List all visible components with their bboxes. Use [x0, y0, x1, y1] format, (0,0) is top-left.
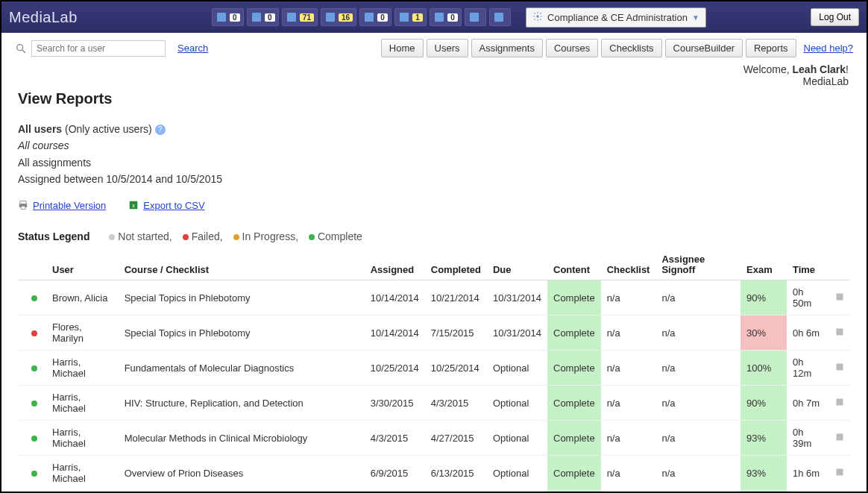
nav-tab-assignments[interactable]: Assignments [471, 39, 543, 57]
nav-tab-reports[interactable]: Reports [746, 39, 796, 57]
row-action-button[interactable] [829, 456, 850, 491]
col-status [18, 250, 46, 280]
course-cell[interactable]: Special Topics in Phlebotomy [119, 315, 365, 351]
key-icon [468, 11, 480, 23]
time-cell: 0h 39m [787, 421, 829, 456]
col-user[interactable]: User [46, 250, 119, 280]
course-cell[interactable]: Overview of Prion Diseases [119, 456, 365, 491]
need-help-link[interactable]: Need help? [804, 43, 854, 54]
table-row: Johnson, KellySpecial Topics in Phleboto… [18, 491, 850, 492]
col-due[interactable]: Due [487, 250, 547, 280]
search-input[interactable] [31, 40, 166, 57]
status-cell [18, 351, 46, 386]
nav-tab-coursebuilder[interactable]: CourseBuilder [665, 39, 743, 57]
course-cell[interactable]: Molecular Methods in Clinical Microbiolo… [119, 421, 365, 456]
top-key-icon[interactable] [465, 8, 486, 26]
time-cell: 0h 12m [787, 351, 829, 386]
col-signoff[interactable]: Assignee Signoff [655, 250, 740, 280]
checklist-cell: n/a [601, 280, 656, 315]
status-dot-complete [309, 234, 315, 240]
top-doc-icon[interactable]: 0 [212, 8, 244, 26]
help-icon[interactable]: ? [155, 125, 166, 135]
nav-tab-courses[interactable]: Courses [546, 39, 598, 57]
user-cell[interactable]: Brown, Alicia [46, 280, 119, 315]
printable-version-link[interactable]: Printable Version [18, 200, 106, 211]
course-cell[interactable]: Special Topics in Phlebotomy [119, 491, 365, 492]
row-action-button[interactable] [829, 386, 850, 421]
due-cell: Optional [487, 456, 547, 491]
signoff-cell: n/a [655, 491, 740, 492]
top-shield-icon[interactable]: 0 [359, 8, 391, 26]
row-action-button[interactable] [829, 315, 850, 351]
checklist-cell: n/a [601, 491, 656, 492]
badge: 16 [339, 13, 353, 22]
row-action-button[interactable] [829, 421, 850, 456]
user-cell[interactable]: Johnson, Kelly [46, 491, 119, 492]
admin-area-dropdown[interactable]: Compliance & CE Administration ▼ [526, 7, 706, 28]
top-card-icon[interactable]: 1 [394, 8, 427, 26]
col-completed[interactable]: Completed [425, 250, 487, 280]
top-folder-icon[interactable]: 16 [321, 8, 356, 26]
user-cell[interactable]: Harris, Michael [46, 456, 119, 491]
svg-rect-21 [837, 433, 843, 440]
col-assigned[interactable]: Assigned [365, 250, 425, 280]
user-cell[interactable]: Harris, Michael [46, 421, 119, 456]
content-cell: Complete [547, 421, 601, 456]
svg-rect-7 [470, 13, 479, 22]
checklist-cell: n/a [601, 456, 656, 491]
row-action-button[interactable] [829, 351, 850, 386]
content-cell: Complete [547, 280, 601, 315]
signoff-cell: n/a [655, 351, 740, 386]
svg-point-10 [17, 44, 23, 50]
user-cell[interactable]: Harris, Michael [46, 386, 119, 421]
legend-notstarted: Not started, [118, 230, 172, 242]
user-cell[interactable]: Harris, Michael [46, 351, 119, 386]
status-dot-icon [31, 295, 37, 301]
brand-logo: MediaLab [9, 9, 78, 26]
row-action-button[interactable] [829, 280, 850, 315]
assigned-cell: 10/14/2014 [365, 491, 425, 492]
due-cell: Optional [487, 351, 547, 386]
col-content[interactable]: Content [547, 250, 601, 280]
col-checklist[interactable]: Checklist [601, 250, 656, 280]
course-cell[interactable]: Fundamentals of Molecular Diagnostics [119, 351, 365, 386]
exam-cell: 93% [740, 456, 787, 491]
nav-tab-checklists[interactable]: Checklists [601, 39, 661, 57]
svg-rect-0 [217, 13, 226, 22]
course-cell[interactable]: Special Topics in Phlebotomy [119, 280, 365, 315]
printable-version-label: Printable Version [33, 200, 106, 211]
nav-tab-home[interactable]: Home [381, 39, 424, 57]
doc-icon [216, 11, 227, 23]
assigned-cell: 10/25/2014 [365, 351, 425, 386]
row-action-button[interactable] [829, 491, 850, 492]
mail-icon [433, 11, 445, 23]
table-row: Harris, MichaelHIV: Structure, Replicati… [18, 386, 850, 421]
status-dot-icon [31, 471, 37, 477]
course-cell[interactable]: HIV: Structure, Replication, and Detecti… [119, 386, 365, 421]
signoff-cell: n/a [655, 315, 740, 351]
top-list-icon[interactable]: 0 [247, 8, 279, 26]
status-cell [18, 386, 46, 421]
search-link[interactable]: Search [177, 43, 208, 54]
col-exam[interactable]: Exam [740, 250, 787, 280]
col-course[interactable]: Course / Checklist [119, 250, 365, 280]
top-mail-icon[interactable]: 0 [430, 8, 462, 26]
nav-tab-users[interactable]: Users [427, 39, 468, 57]
time-cell: 0h 7m [787, 386, 829, 421]
svg-rect-12 [20, 201, 26, 204]
badge: 0 [377, 13, 388, 22]
logout-button[interactable]: Log Out [811, 8, 859, 26]
status-dot-icon [31, 401, 37, 406]
checklist-cell: n/a [601, 386, 656, 421]
export-csv-link[interactable]: x Export to CSV [128, 200, 204, 211]
due-cell: Optional [487, 386, 547, 421]
badge: 0 [447, 13, 458, 22]
top-globe-icon[interactable]: 71 [282, 8, 318, 26]
status-dot-icon [31, 436, 37, 442]
col-time[interactable]: Time [787, 250, 829, 280]
due-cell: 10/31/2014 [487, 280, 547, 315]
export-csv-label: Export to CSV [143, 200, 204, 211]
svg-rect-8 [494, 13, 503, 22]
user-cell[interactable]: Flores, Marilyn [46, 315, 119, 351]
top-person-icon[interactable] [489, 8, 511, 26]
